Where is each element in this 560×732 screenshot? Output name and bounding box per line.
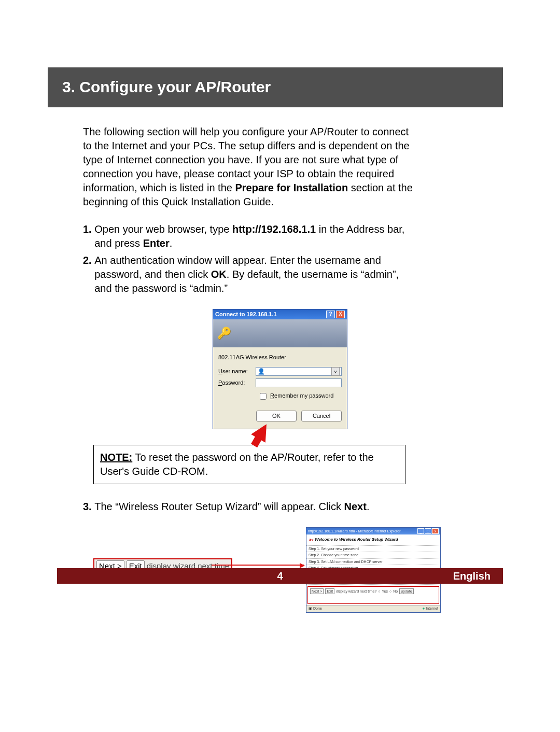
step3-post: . (367, 501, 370, 512)
language-label: English (453, 569, 503, 583)
manual-page: 3. Configure your AP/Router The followin… (0, 0, 560, 732)
cancel-button[interactable]: Cancel (301, 411, 342, 421)
step1-url: http://192.168.1.1 (232, 223, 316, 235)
minimize-button[interactable]: _ (417, 528, 424, 534)
yes-radio[interactable]: ○ (378, 589, 380, 594)
wizard-step: Step 3. Set LAN connection and DHCP serv… (306, 558, 440, 565)
step1-pre: Open your web browser, type (94, 223, 232, 235)
step3-next: Next (344, 501, 367, 512)
note-label: NOTE: (100, 452, 132, 463)
logo-icon: ➳ (309, 536, 313, 544)
close-button[interactable]: X (336, 311, 345, 318)
callout-arrow-icon (212, 565, 304, 566)
table-row: Step 2. Choose your time zone (306, 552, 440, 558)
keys-icon: 🔑 (217, 326, 231, 341)
step-number: 3. (83, 501, 92, 512)
chevron-down-icon[interactable]: v (331, 367, 340, 376)
step3-pre: The “Wireless Router Setup Wizard” will … (94, 501, 344, 512)
wizard-step: Step 2. Choose your time zone (306, 552, 440, 558)
password-label: Password: (218, 379, 256, 387)
wizard-figure: Next > Exit display wizard next time htt… (93, 527, 503, 600)
table-row: Step 3. Set LAN connection and DHCP serv… (306, 558, 440, 565)
ie-statusbar: ▣ Done ● Internet (306, 605, 440, 612)
ok-button[interactable]: OK (256, 411, 297, 421)
password-row: Password: (218, 378, 342, 387)
next-button[interactable]: Next > (310, 588, 324, 594)
steps-list-2: 3. The “Wireless Router Setup Wizard” wi… (83, 500, 415, 514)
steps-list: 1. Open your web browser, type http://19… (83, 222, 415, 295)
intro-paragraph: The following section will help you conf… (83, 125, 415, 209)
auth-banner: 🔑 (213, 319, 347, 347)
page-footer: 4 English (57, 568, 503, 584)
table-row: Step 1. Set your new password (306, 546, 440, 552)
status-left: ▣ Done (309, 606, 322, 612)
remember-row: Remember my password (258, 391, 342, 401)
help-button[interactable]: ? (326, 311, 335, 318)
step-number: 2. (83, 255, 92, 266)
auth-realm: 802.11AG Wireless Router (218, 354, 342, 361)
wizard-welcome-text: Welcome to Wireless Router Setup Wizard (315, 537, 398, 543)
update-button[interactable]: update (399, 588, 413, 594)
step-3: 3. The “Wireless Router Setup Wizard” wi… (83, 500, 415, 514)
step2-ok: OK (211, 269, 227, 280)
globe-icon: ● (422, 606, 425, 611)
remember-checkbox[interactable] (260, 393, 267, 400)
note-text: To reset the password on the AP/Router, … (100, 452, 374, 477)
auth-titlebar: Connect to 192.168.1.1 ? X (213, 309, 347, 319)
user-icon: 👤 (258, 368, 265, 375)
auth-dialog-figure: Connect to 192.168.1.1 ? X 🔑 802.11AG Wi… (213, 309, 347, 430)
username-input[interactable]: 👤 v (256, 367, 342, 376)
username-row: User name: 👤 v (218, 367, 342, 376)
intro-bold: Prepare for Installation (235, 182, 348, 193)
auth-title-text: Connect to 192.168.1.1 (215, 311, 277, 318)
close-button[interactable]: x (432, 528, 439, 534)
step1-enter: Enter (143, 237, 170, 249)
wizard-controls: Next > Exit display wizard next time? ○Y… (307, 586, 439, 604)
password-input[interactable] (256, 378, 342, 387)
username-label: User name: (218, 368, 256, 375)
auth-dialog: Connect to 192.168.1.1 ? X 🔑 802.11AG Wi… (213, 309, 347, 430)
page-number: 4 (277, 569, 283, 583)
step-1: 1. Open your web browser, type http://19… (83, 222, 415, 250)
ie-titlebar: http://192.168.1.1/wizard.htm - Microsof… (306, 528, 440, 534)
remember-label: Remember my password (270, 393, 333, 399)
no-radio[interactable]: ○ (389, 589, 391, 594)
exit-button[interactable]: Exit (325, 588, 334, 594)
ie-title-text: http://192.168.1.1/wizard.htm - Microsof… (308, 529, 401, 533)
wizard-step: Step 1. Set your new password (306, 546, 440, 552)
step1-post: . (170, 237, 173, 249)
note-box: NOTE: To reset the password on the AP/Ro… (93, 445, 405, 484)
no-label: No (393, 589, 398, 594)
section-heading: 3. Configure your AP/Router (48, 67, 503, 107)
status-right: ● Internet (422, 606, 438, 612)
step-2: 2. An authentication window will appear.… (83, 254, 415, 295)
yes-label: Yes (382, 589, 388, 594)
maximize-button[interactable]: □ (425, 528, 431, 534)
step-number: 1. (83, 223, 92, 235)
wizard-question: display wizard next time? (336, 589, 376, 594)
wizard-welcome: ➳ Welcome to Wireless Router Setup Wizar… (306, 534, 440, 546)
